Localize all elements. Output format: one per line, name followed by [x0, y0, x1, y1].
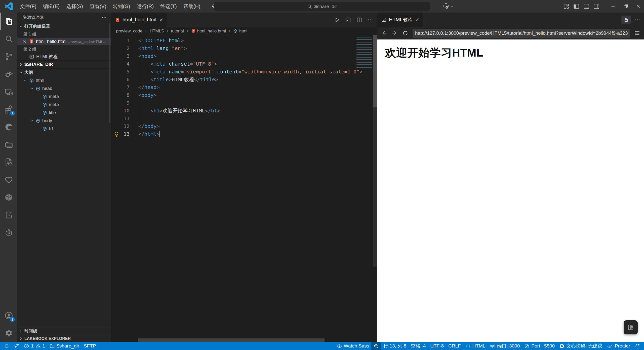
- prettier-status[interactable]: Prettier: [605, 342, 632, 350]
- outline-node[interactable]: meta: [17, 93, 111, 101]
- code-line[interactable]: 10 <h1>欢迎开始学习HTML</h1>: [111, 107, 377, 115]
- minimap[interactable]: [355, 35, 373, 68]
- outline-node[interactable]: html: [17, 76, 111, 84]
- outline-node[interactable]: meta: [17, 101, 111, 109]
- url-input[interactable]: http://127.0.0.1:3000/preview_code/HTML5…: [413, 29, 630, 38]
- timeline-section[interactable]: 时间线: [17, 327, 111, 335]
- account-icon[interactable]: 1: [0, 307, 17, 324]
- breadcrumb-item[interactable]: tutorial: [171, 29, 184, 34]
- close-icon[interactable]: [415, 18, 419, 22]
- document-cloud-icon[interactable]: [0, 153, 17, 171]
- run-file-icon[interactable]: [334, 17, 340, 23]
- reload-icon[interactable]: [402, 30, 409, 36]
- code-line[interactable]: 9: [111, 99, 377, 107]
- browser-menu-icon[interactable]: [634, 30, 640, 36]
- close-window-button[interactable]: [632, 0, 644, 13]
- menu-terminal[interactable]: 终端(T): [157, 0, 180, 13]
- menu-file[interactable]: 文件(F): [17, 0, 40, 13]
- run-debug-icon[interactable]: [0, 65, 17, 83]
- browser-forward-icon[interactable]: [391, 30, 398, 36]
- watch-sass-status[interactable]: Watch Sass: [335, 342, 372, 350]
- breadcrumb-item[interactable]: HTML5: [150, 29, 164, 34]
- port-cn-status[interactable]: 端口: 3000: [488, 342, 522, 350]
- problems-indicator[interactable]: 1 1: [22, 342, 47, 350]
- explorer-icon[interactable]: [0, 13, 17, 30]
- more-actions-icon[interactable]: [634, 17, 640, 23]
- remote-explorer-icon[interactable]: [0, 83, 17, 101]
- code-line[interactable]: 11: [111, 115, 377, 122]
- sidebar-scrollbar[interactable]: [109, 23, 110, 123]
- code-line[interactable]: 4 <meta charset="UTF-8">: [111, 60, 377, 68]
- cube-icon[interactable]: [0, 189, 17, 206]
- heart-icon[interactable]: [0, 171, 17, 189]
- floating-layout-button[interactable]: [624, 320, 638, 334]
- copilot-button[interactable]: [442, 3, 454, 10]
- close-icon[interactable]: [159, 18, 163, 22]
- outline-node[interactable]: head: [17, 84, 111, 93]
- menu-run[interactable]: 运行(R): [133, 0, 157, 13]
- remote-indicator[interactable]: [2, 342, 12, 350]
- comate-status[interactable]: 文心快码: 无建议: [557, 342, 605, 350]
- more-actions-icon[interactable]: [367, 17, 373, 23]
- lakebook-explorer-section[interactable]: LAKEBOOK EXPLORER: [17, 335, 111, 342]
- code-editor[interactable]: 1<!DOCTYPE html>2<html lang="en">3<head>…: [111, 35, 377, 342]
- tab-html-hello[interactable]: html_hello.html: [111, 13, 167, 27]
- code-line[interactable]: 5 <meta name="viewport" content="width=d…: [111, 68, 377, 76]
- minimize-button[interactable]: [607, 0, 619, 13]
- extensions-icon[interactable]: 1: [0, 101, 17, 118]
- port-en-status[interactable]: Port : 5500: [522, 342, 557, 350]
- close-icon[interactable]: [23, 39, 27, 44]
- code-line[interactable]: 3<head>: [111, 52, 377, 60]
- robot-icon[interactable]: [0, 224, 17, 241]
- workspace-folder[interactable]: $share_dir: [47, 342, 82, 350]
- breadcrumb-item[interactable]: html_hello.html: [197, 29, 226, 34]
- restore-button[interactable]: [620, 0, 631, 13]
- source-control-icon[interactable]: [0, 48, 17, 65]
- code-line[interactable]: 13</html>: [111, 130, 377, 138]
- breadcrumb-item[interactable]: preview_code: [116, 29, 142, 34]
- folder-library-icon[interactable]: [0, 136, 17, 153]
- lightbulb-icon[interactable]: [113, 131, 119, 137]
- scrollbar-thumb[interactable]: [373, 35, 377, 107]
- code-line[interactable]: 2<html lang="en">: [111, 45, 377, 52]
- breadcrumb-item[interactable]: html: [239, 29, 247, 34]
- language-mode[interactable]: HTML: [463, 342, 488, 350]
- customize-layout-icon[interactable]: [563, 3, 570, 10]
- edge-devtools-icon[interactable]: [0, 118, 17, 136]
- menu-edit[interactable]: 编辑(E): [40, 0, 63, 13]
- open-editor-html-hello[interactable]: html_hello.html preview_code\HTML...: [17, 38, 111, 45]
- outline-node[interactable]: body: [17, 117, 111, 125]
- outline-node[interactable]: title: [17, 109, 111, 117]
- sftp-status[interactable]: SFTP: [82, 342, 98, 350]
- toggle-primary-sidebar-icon[interactable]: [573, 3, 580, 10]
- plugin-sparkle-icon[interactable]: [0, 206, 17, 224]
- more-actions-icon[interactable]: [101, 15, 107, 20]
- code-line[interactable]: 1<!DOCTYPE html>: [111, 37, 377, 45]
- indentation[interactable]: 空格: 4: [409, 342, 428, 350]
- eol-sequence[interactable]: CRLF: [446, 342, 463, 350]
- cursor-position[interactable]: 行 13, 列 8: [381, 342, 409, 350]
- settings-gear-icon[interactable]: [0, 324, 17, 342]
- menu-selection[interactable]: 选择(S): [63, 0, 86, 13]
- toggle-panel-icon[interactable]: [583, 3, 590, 10]
- toggle-secondary-sidebar-icon[interactable]: [593, 3, 600, 10]
- open-preview-side-icon[interactable]: [345, 17, 351, 23]
- lock-button[interactable]: [621, 16, 631, 24]
- code-line[interactable]: 12</body>: [111, 122, 377, 130]
- tab-preview[interactable]: HTML教程: [377, 13, 423, 27]
- menu-view[interactable]: 查看(V): [86, 0, 110, 13]
- menu-go[interactable]: 转到(G): [110, 0, 134, 13]
- telescope-button[interactable]: [12, 342, 22, 350]
- encoding[interactable]: UTF-8: [428, 342, 446, 350]
- command-center-search[interactable]: $share_dir: [214, 2, 430, 11]
- code-line[interactable]: 6 <title>HTML教程</title>: [111, 76, 377, 83]
- code-line[interactable]: 8<body>: [111, 91, 377, 99]
- code-line[interactable]: 7</head>: [111, 83, 377, 91]
- open-editors-header[interactable]: 打开的编辑器: [17, 22, 111, 30]
- notifications-bell[interactable]: [632, 342, 642, 350]
- outline-node[interactable]: h1: [17, 125, 111, 133]
- open-editor-preview[interactable]: HTML教程: [17, 53, 111, 60]
- browser-back-icon[interactable]: [381, 30, 387, 36]
- split-editor-icon[interactable]: [356, 17, 362, 23]
- vertical-scrollbar[interactable]: [373, 35, 377, 267]
